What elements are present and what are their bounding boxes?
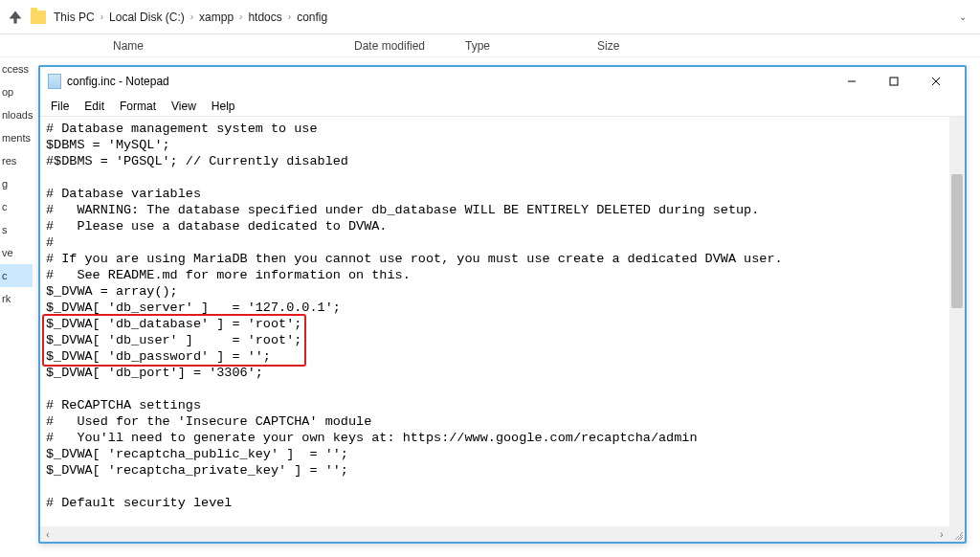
breadcrumb-segment[interactable]: Local Disk (C:) <box>109 11 185 24</box>
up-one-level-button[interactable] <box>8 10 23 25</box>
address-dropdown-button[interactable]: ⌄ <box>959 11 972 22</box>
minimize-button[interactable] <box>831 68 873 95</box>
sidebar-item[interactable]: ve <box>0 241 33 264</box>
sidebar-item[interactable]: rk <box>0 287 33 310</box>
sidebar-item[interactable]: ccess <box>0 57 33 80</box>
sidebar-item[interactable]: g <box>0 172 33 195</box>
resize-grip[interactable] <box>949 526 965 542</box>
editor-area: # Database management system to use $DBM… <box>40 117 965 542</box>
column-header-name[interactable]: Name <box>105 39 346 53</box>
menu-edit[interactable]: Edit <box>78 98 111 115</box>
menu-help[interactable]: Help <box>205 98 242 115</box>
sidebar-item[interactable]: nloads <box>0 103 33 126</box>
close-button[interactable] <box>915 68 957 95</box>
menu-view[interactable]: View <box>165 98 203 115</box>
breadcrumb-segment[interactable]: config <box>297 11 327 24</box>
breadcrumb[interactable]: This PC›Local Disk (C:)›xampp›htdocs›con… <box>54 11 327 24</box>
sidebar-item[interactable]: s <box>0 218 33 241</box>
address-bar: This PC›Local Disk (C:)›xampp›htdocs›con… <box>0 0 980 34</box>
column-headers: Name Date modified Type Size <box>0 34 980 57</box>
notepad-window: config.inc - Notepad File Edit Format Vi… <box>38 65 967 544</box>
column-header-date[interactable]: Date modified <box>346 39 457 53</box>
column-header-type[interactable]: Type <box>457 39 590 53</box>
breadcrumb-segment[interactable]: xampp <box>199 11 234 24</box>
breadcrumb-segment[interactable]: This PC <box>54 11 95 24</box>
column-header-size[interactable]: Size <box>590 39 704 53</box>
vertical-scroll-thumb[interactable] <box>951 174 963 308</box>
window-title: config.inc - Notepad <box>67 75 169 88</box>
scroll-right-button[interactable]: › <box>934 526 949 542</box>
menu-file[interactable]: File <box>44 98 76 115</box>
text-editor[interactable]: # Database management system to use $DBM… <box>40 117 949 526</box>
breadcrumb-segment[interactable]: htdocs <box>248 11 281 24</box>
menu-bar: File Edit Format View Help <box>40 96 965 117</box>
maximize-button[interactable] <box>873 68 915 95</box>
scroll-left-button[interactable]: ‹ <box>40 526 56 542</box>
chevron-right-icon: › <box>239 11 242 22</box>
sidebar-item[interactable]: c <box>0 264 33 287</box>
menu-format[interactable]: Format <box>113 98 163 115</box>
notepad-icon <box>48 74 61 89</box>
sidebar-item[interactable]: op <box>0 80 33 103</box>
chevron-right-icon: › <box>190 11 193 22</box>
svg-rect-1 <box>890 78 898 85</box>
vertical-scrollbar[interactable] <box>949 117 965 526</box>
sidebar-item[interactable]: res <box>0 149 33 172</box>
horizontal-scrollbar[interactable]: ‹ › <box>40 526 949 542</box>
chevron-right-icon: › <box>288 11 291 22</box>
title-bar[interactable]: config.inc - Notepad <box>40 67 965 96</box>
explorer-sidebar: ccessopnloadsmentsresgcsvecrk <box>0 57 33 557</box>
chevron-right-icon: › <box>100 11 103 22</box>
sidebar-item[interactable]: ments <box>0 126 33 149</box>
sidebar-item[interactable]: c <box>0 195 33 218</box>
folder-icon <box>31 11 46 24</box>
